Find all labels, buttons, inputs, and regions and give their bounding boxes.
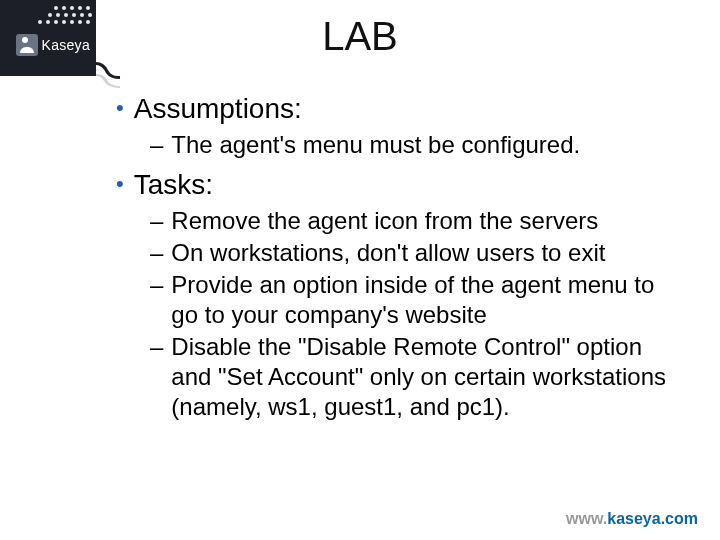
section-tasks: • Tasks: – Remove the agent icon from th…: [116, 168, 686, 422]
footer-url: www.kaseya.com: [566, 510, 698, 528]
list-item: – Remove the agent icon from the servers: [150, 206, 686, 236]
section-heading: Assumptions:: [134, 92, 302, 126]
list-item-text: On workstations, don't allow users to ex…: [171, 238, 686, 268]
slide-body: • Assumptions: – The agent's menu must b…: [116, 92, 686, 430]
dash-icon: –: [150, 238, 163, 268]
list-item: – The agent's menu must be configured.: [150, 130, 686, 160]
footer-url-prefix: www.: [566, 510, 607, 527]
list-item: – Provide an option inside of the agent …: [150, 270, 686, 330]
dash-icon: –: [150, 270, 163, 300]
bullet-icon: •: [116, 168, 124, 200]
footer-url-domain: kaseya.com: [607, 510, 698, 527]
section-heading: Tasks:: [134, 168, 213, 202]
dash-icon: –: [150, 332, 163, 362]
bullet-icon: •: [116, 92, 124, 124]
list-item: – Disable the "Disable Remote Control" o…: [150, 332, 686, 422]
list-item-text: Remove the agent icon from the servers: [171, 206, 686, 236]
list-item: – On workstations, don't allow users to …: [150, 238, 686, 268]
list-item-text: The agent's menu must be configured.: [171, 130, 686, 160]
list-item-text: Provide an option inside of the agent me…: [171, 270, 686, 330]
slide-title: LAB: [0, 14, 720, 59]
dash-icon: –: [150, 206, 163, 236]
dash-icon: –: [150, 130, 163, 160]
slide: Kaseya LAB • Assumptions: – The agent's …: [0, 0, 720, 540]
list-item-text: Disable the "Disable Remote Control" opt…: [171, 332, 686, 422]
section-assumptions: • Assumptions: – The agent's menu must b…: [116, 92, 686, 160]
